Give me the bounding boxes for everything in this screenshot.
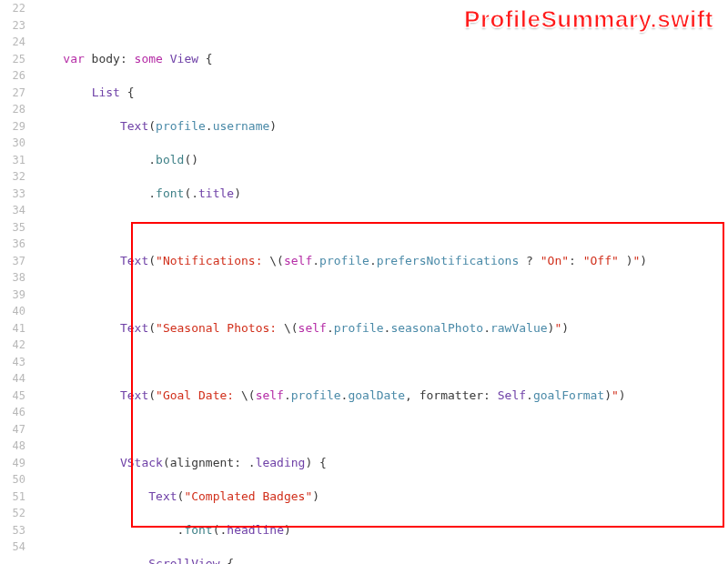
line-number: 27	[0, 85, 25, 102]
line-number: 38	[0, 269, 25, 287]
line-number: 51	[0, 488, 25, 506]
line-number: 30	[0, 135, 25, 152]
line-number: 25	[0, 51, 25, 68]
code-line: .bold()	[35, 152, 728, 169]
line-number: 53	[0, 522, 25, 539]
line-number: 33	[0, 186, 25, 203]
line-number: 24	[0, 34, 25, 51]
line-number: 45	[0, 388, 25, 405]
line-number: 31	[0, 152, 25, 169]
line-number: 43	[0, 354, 25, 371]
code-line: Text(profile.username)	[35, 118, 728, 136]
code-line	[35, 354, 728, 371]
code-line	[35, 219, 728, 237]
line-number: 54	[0, 539, 25, 556]
line-number: 49	[0, 455, 25, 472]
code-line: Text("Goal Date: \(self.profile.goalDate…	[35, 388, 728, 405]
code-line: Text("Notifications: \(self.profile.pref…	[35, 253, 728, 270]
line-number: 26	[0, 67, 25, 85]
code-line: VStack(alignment: .leading) {	[35, 455, 728, 472]
code-editor[interactable]: 2223242526272829303132333435363738394041…	[0, 0, 728, 564]
line-number: 36	[0, 236, 25, 253]
line-number: 50	[0, 471, 25, 488]
line-number: 37	[0, 253, 25, 270]
line-number: 34	[0, 202, 25, 219]
code-line: .font(.title)	[35, 186, 728, 203]
code-line: Text("Complated Badges")	[35, 488, 728, 506]
code-line: ScrollView {	[35, 556, 728, 565]
line-number: 32	[0, 168, 25, 186]
code-area[interactable]: var body: some View { List { Text(profil…	[35, 0, 728, 564]
line-number: 42	[0, 337, 25, 354]
code-line: var body: some View {	[35, 51, 728, 68]
line-number: 28	[0, 101, 25, 118]
code-line	[35, 17, 728, 35]
line-number: 48	[0, 438, 25, 455]
line-number: 23	[0, 17, 25, 35]
line-number: 40	[0, 303, 25, 320]
code-line: Text("Seasonal Photos: \(self.profile.se…	[35, 320, 728, 337]
line-number: 35	[0, 219, 25, 237]
line-number: 39	[0, 287, 25, 304]
line-number: 29	[0, 118, 25, 136]
line-number: 52	[0, 505, 25, 522]
code-line: .font(.headline)	[35, 522, 728, 539]
line-number: 22	[0, 0, 25, 17]
code-line	[35, 421, 728, 438]
line-number: 44	[0, 370, 25, 388]
code-line	[35, 287, 728, 304]
line-number: 41	[0, 320, 25, 337]
line-number: 47	[0, 421, 25, 438]
line-number: 46	[0, 404, 25, 421]
code-line: List {	[35, 85, 728, 102]
line-gutter: 2223242526272829303132333435363738394041…	[0, 0, 35, 564]
